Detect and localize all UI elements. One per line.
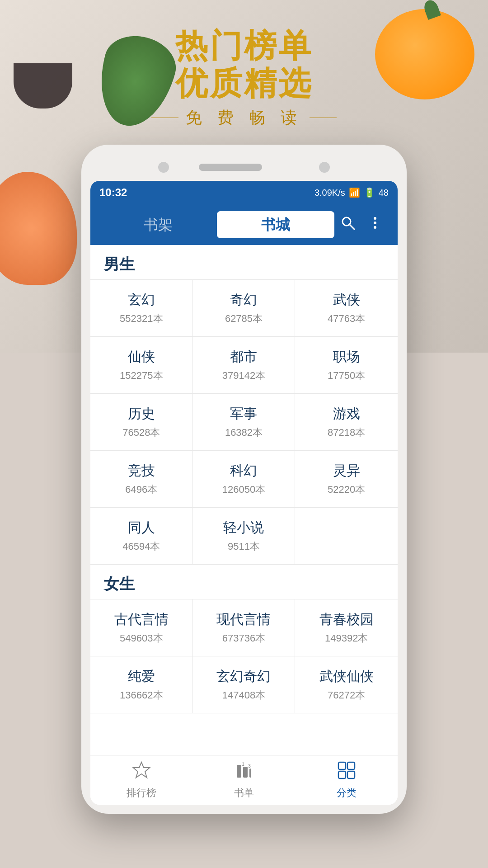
category-empty bbox=[295, 508, 398, 565]
nav-bar: 书架 书城 bbox=[90, 204, 398, 245]
status-time: 10:32 bbox=[99, 186, 127, 199]
tab-bookshelf[interactable]: 书架 bbox=[99, 211, 217, 238]
category-dushi[interactable]: 都市 379142本 bbox=[193, 337, 296, 394]
sensor-camera-right bbox=[319, 162, 330, 173]
svg-rect-7 bbox=[243, 767, 248, 778]
category-jingji[interactable]: 竞技 6496本 bbox=[90, 451, 193, 508]
category-junshi[interactable]: 军事 16382本 bbox=[193, 394, 296, 451]
booklist-label: 书单 bbox=[234, 786, 254, 800]
category-kehuan[interactable]: 科幻 126050本 bbox=[193, 451, 296, 508]
signal-icon: 📶 bbox=[349, 187, 360, 198]
svg-point-4 bbox=[374, 226, 376, 229]
svg-rect-8 bbox=[249, 769, 251, 778]
bottom-tab-booklist[interactable]: 1 3 书单 bbox=[193, 760, 296, 800]
content-area: 男生 玄幻 552321本 奇幻 62785本 武侠 47763本 仙侠 152… bbox=[90, 245, 398, 755]
category-zhichang[interactable]: 职场 17750本 bbox=[295, 337, 398, 394]
svg-point-3 bbox=[374, 222, 376, 224]
section-female-header: 女生 bbox=[90, 565, 398, 599]
network-speed: 3.09K/s bbox=[314, 188, 345, 198]
category-qingxiaoshuo[interactable]: 轻小说 9511本 bbox=[193, 508, 296, 565]
category-qingchun[interactable]: 青春校园 149392本 bbox=[295, 599, 398, 656]
svg-rect-14 bbox=[347, 771, 355, 778]
category-qihuan[interactable]: 奇幻 62785本 bbox=[193, 280, 296, 337]
phone-screen: 10:32 3.09K/s 📶 🔋 48 书架 书城 bbox=[90, 181, 398, 805]
status-indicators: 3.09K/s 📶 🔋 48 bbox=[314, 187, 389, 198]
bottom-tab-ranking[interactable]: 排行榜 bbox=[90, 760, 193, 800]
star-icon bbox=[131, 760, 151, 784]
category-wuxiaxianxia[interactable]: 武侠仙侠 76272本 bbox=[295, 656, 398, 713]
bottom-tab-bar: 排行榜 1 3 书单 bbox=[90, 755, 398, 805]
flower-decoration bbox=[0, 172, 77, 285]
status-bar: 10:32 3.09K/s 📶 🔋 48 bbox=[90, 181, 398, 204]
ranking-label: 排行榜 bbox=[127, 786, 156, 800]
bottom-tab-category[interactable]: 分类 bbox=[295, 760, 398, 800]
banner-subtitle: 免 费 畅 读 bbox=[0, 107, 488, 129]
svg-line-1 bbox=[350, 225, 354, 229]
category-youxi[interactable]: 游戏 87218本 bbox=[295, 394, 398, 451]
category-wuxia[interactable]: 武侠 47763本 bbox=[295, 280, 398, 337]
more-button[interactable] bbox=[361, 215, 389, 235]
category-lingyi[interactable]: 灵异 52220本 bbox=[295, 451, 398, 508]
phone-frame: 10:32 3.09K/s 📶 🔋 48 书架 书城 bbox=[81, 145, 407, 814]
grid-icon bbox=[337, 760, 357, 784]
svg-rect-13 bbox=[338, 771, 346, 778]
battery-level: 48 bbox=[379, 188, 389, 198]
svg-point-2 bbox=[374, 217, 376, 220]
sensor-camera bbox=[158, 162, 169, 173]
banner-title: 热门榜单 优质精选 bbox=[0, 27, 488, 102]
category-gudaiyanqing[interactable]: 古代言情 549603本 bbox=[90, 599, 193, 656]
sensor-speaker bbox=[199, 164, 262, 171]
banner: 热门榜单 优质精选 免 费 畅 读 bbox=[0, 27, 488, 129]
svg-text:1: 1 bbox=[242, 762, 244, 767]
svg-rect-11 bbox=[338, 762, 346, 769]
category-xianxia[interactable]: 仙侠 152275本 bbox=[90, 337, 193, 394]
svg-marker-5 bbox=[133, 762, 150, 778]
battery-icon: 🔋 bbox=[364, 187, 375, 198]
female-category-grid: 古代言情 549603本 现代言情 673736本 青春校园 149392本 纯… bbox=[90, 599, 398, 713]
category-xuanhuanqihuan[interactable]: 玄幻奇幻 147408本 bbox=[193, 656, 296, 713]
category-chunai[interactable]: 纯爱 136662本 bbox=[90, 656, 193, 713]
section-male-header: 男生 bbox=[90, 245, 398, 279]
male-category-grid: 玄幻 552321本 奇幻 62785本 武侠 47763本 仙侠 152275… bbox=[90, 279, 398, 565]
category-tongren[interactable]: 同人 46594本 bbox=[90, 508, 193, 565]
category-xuanhuan[interactable]: 玄幻 552321本 bbox=[90, 280, 193, 337]
svg-rect-6 bbox=[237, 765, 241, 778]
search-button[interactable] bbox=[334, 215, 361, 235]
category-xiandaiyangqing[interactable]: 现代言情 673736本 bbox=[193, 599, 296, 656]
category-label: 分类 bbox=[337, 786, 357, 800]
tab-bookstore[interactable]: 书城 bbox=[217, 211, 334, 238]
category-lishi[interactable]: 历史 76528本 bbox=[90, 394, 193, 451]
svg-text:3: 3 bbox=[248, 764, 251, 769]
list-icon: 1 3 bbox=[234, 760, 254, 784]
svg-rect-12 bbox=[347, 762, 355, 769]
